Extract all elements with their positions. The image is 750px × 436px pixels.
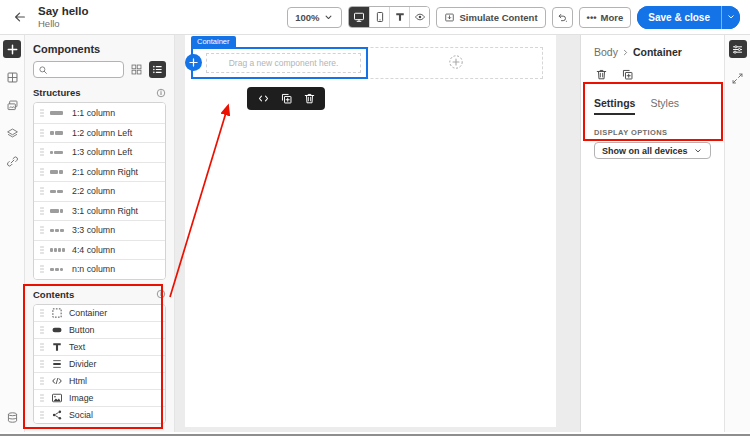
structure-item[interactable]: 1:3 column Left	[34, 142, 165, 162]
structure-item[interactable]: 1:2 column Left	[34, 123, 165, 143]
grid-view-icon	[130, 63, 143, 76]
page-title: Say hello	[38, 5, 89, 18]
top-bar: Say hello Hello 100% Simulate Content ••…	[0, 0, 750, 35]
content-item[interactable]: Html	[34, 372, 165, 389]
breadcrumb-body[interactable]: Body	[594, 46, 618, 58]
save-split-button: Save & close	[637, 6, 740, 29]
simulate-content-button[interactable]: Simulate Content	[436, 7, 545, 28]
duplicate-component-button[interactable]	[620, 67, 635, 82]
display-options-value: Show on all devices	[602, 146, 688, 156]
structure-item[interactable]: 2:2 column	[34, 181, 165, 201]
structure-item[interactable]: 4:4 column	[34, 240, 165, 260]
grid-view-button[interactable]	[128, 61, 145, 78]
info-icon[interactable]	[156, 88, 166, 98]
divider-icon	[50, 358, 64, 370]
structure-item[interactable]: 3:1 column Right	[34, 201, 165, 221]
plus-icon	[188, 57, 199, 68]
delete-button[interactable]	[302, 92, 316, 106]
display-options-label: DISPLAY OPTIONS	[594, 128, 711, 137]
column-layout-glyph	[50, 229, 67, 233]
drag-handle-icon	[39, 166, 45, 178]
content-item[interactable]: Divider	[34, 355, 165, 372]
drag-handle-icon	[39, 358, 45, 370]
selected-container[interactable]: Drag a new component here.	[191, 47, 368, 79]
undo-button[interactable]	[552, 7, 573, 28]
display-options-select[interactable]: Show on all devices	[594, 142, 711, 159]
drag-handle-icon	[39, 146, 45, 158]
rail-data-button[interactable]	[3, 408, 21, 426]
monitor-icon	[353, 11, 365, 23]
structure-item[interactable]: n:n column	[34, 259, 165, 279]
text-view-button[interactable]	[389, 7, 409, 27]
list-view-button[interactable]	[149, 61, 166, 78]
content-item[interactable]: Text	[34, 338, 165, 355]
content-item[interactable]: Container	[34, 305, 165, 322]
content-item[interactable]: Social	[34, 406, 165, 423]
column-layout-glyph	[50, 170, 67, 174]
insert-target-button[interactable]	[448, 54, 464, 70]
phone-view-button[interactable]	[369, 7, 389, 27]
content-item[interactable]: Button	[34, 321, 165, 338]
structure-item-label: 1:1 column	[72, 108, 115, 118]
collapse-icon	[731, 72, 744, 85]
more-button[interactable]: ••• More	[579, 7, 632, 28]
component-dropzone[interactable]: Drag a new component here.	[206, 53, 361, 73]
content-item[interactable]: Image	[34, 389, 165, 406]
email-canvas[interactable]: Container Drag a new component here.	[185, 35, 556, 427]
eye-view-button[interactable]	[409, 7, 429, 27]
rail-link-button[interactable]	[3, 152, 21, 170]
list-view-icon	[151, 63, 164, 76]
save-close-button[interactable]: Save & close	[637, 6, 721, 29]
info-icon[interactable]	[156, 289, 166, 299]
drag-handle-icon	[39, 409, 45, 421]
structures-list: 1:1 column1:2 column Left1:3 column Left…	[33, 102, 166, 280]
zoom-select[interactable]: 100%	[287, 7, 342, 28]
container-icon	[50, 307, 64, 319]
inspector-actions	[594, 67, 711, 82]
search-box	[33, 61, 124, 78]
rail-assets-button[interactable]	[3, 96, 21, 114]
code-icon	[257, 92, 270, 105]
delete-component-button[interactable]	[594, 67, 609, 82]
rail-collapse-button[interactable]	[729, 69, 747, 87]
structure-item-label: 2:2 column	[72, 186, 115, 196]
tab-settings[interactable]: Settings	[594, 97, 635, 115]
structure-item[interactable]: 3:3 column	[34, 220, 165, 240]
rail-layers-button[interactable]	[3, 124, 21, 142]
drag-handle-icon	[39, 392, 45, 404]
undo-icon	[557, 12, 568, 23]
rail-fragments-button[interactable]	[3, 68, 21, 86]
structure-item-label: 2:1 column Right	[72, 167, 138, 177]
rail-sliders-button[interactable]	[729, 40, 747, 58]
search-input[interactable]	[51, 65, 119, 75]
html-icon	[50, 375, 64, 387]
content-item-label: Button	[69, 325, 94, 335]
simulate-icon	[444, 12, 455, 23]
monitor-view-button[interactable]	[349, 7, 369, 27]
image-icon	[50, 392, 64, 404]
rail-plus-button[interactable]	[3, 40, 21, 58]
sliders-icon	[731, 43, 744, 56]
structure-item[interactable]: 2:1 column Right	[34, 162, 165, 182]
social-icon	[50, 409, 64, 421]
code-button[interactable]	[256, 92, 270, 106]
toolbar-actions: 100% Simulate Content ••• More Save & cl…	[287, 6, 740, 29]
structures-section-header: Structures	[33, 87, 166, 98]
column-layout-glyph	[50, 131, 67, 135]
drag-handle-icon	[39, 127, 45, 139]
right-icon-rail	[724, 35, 750, 432]
contents-title: Contents	[33, 289, 74, 300]
structure-item-label: 3:3 column	[72, 225, 115, 235]
view-mode-toggle	[348, 6, 430, 28]
duplicate-button[interactable]	[279, 92, 293, 106]
save-options-button[interactable]	[721, 6, 740, 29]
canvas-area: Container Drag a new component here.	[175, 35, 580, 432]
content-item-label: Text	[69, 342, 85, 352]
ellipsis-icon: •••	[587, 12, 597, 23]
structure-item[interactable]: 1:1 column	[34, 103, 165, 123]
tab-styles[interactable]: Styles	[650, 97, 679, 115]
add-component-handle[interactable]	[185, 54, 202, 71]
plus-icon	[6, 43, 19, 56]
back-button[interactable]	[10, 7, 30, 27]
drag-handle-icon	[39, 107, 45, 119]
